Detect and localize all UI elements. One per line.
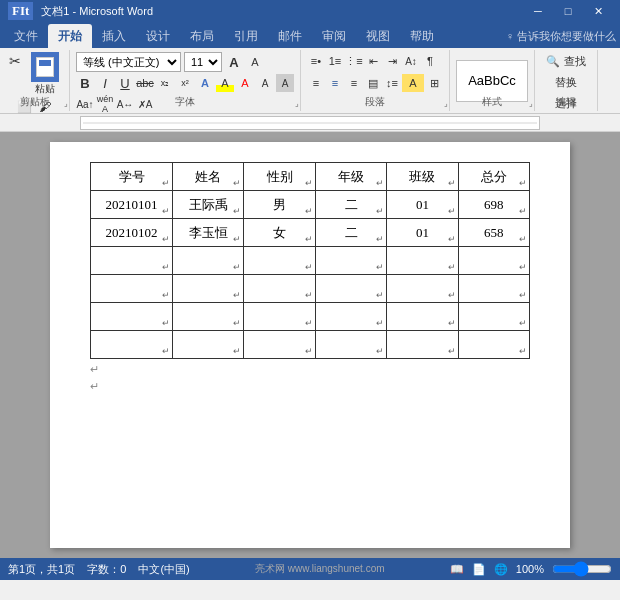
table-cell[interactable]: ↵ (458, 303, 529, 331)
multilevel-list-button[interactable]: ⋮≡ (345, 52, 363, 70)
style-expand[interactable]: ⌟ (529, 99, 533, 108)
line-spacing-button[interactable]: ↕≡ (383, 74, 401, 92)
tab-design[interactable]: 设计 (136, 24, 180, 48)
table-cell[interactable]: ↵ (315, 331, 386, 359)
table-cell[interactable]: ↵ (458, 331, 529, 359)
tab-mailings[interactable]: 邮件 (268, 24, 312, 48)
table-cell[interactable]: ↵ (387, 303, 458, 331)
bullet-list-button[interactable]: ≡• (307, 52, 325, 70)
table-cell[interactable]: ↵ (387, 247, 458, 275)
table-cell[interactable]: 女↵ (244, 219, 315, 247)
tab-insert[interactable]: 插入 (92, 24, 136, 48)
border-button[interactable]: ⊞ (425, 74, 443, 92)
shading-button[interactable]: A (402, 74, 424, 92)
font-size-up-button[interactable]: A (225, 53, 243, 71)
cut-button[interactable]: ✂ (6, 52, 24, 70)
font-family-select[interactable]: 等线 (中文正文) (76, 52, 181, 72)
superscript-button[interactable]: x² (176, 74, 194, 92)
align-right-button[interactable]: ≡ (345, 74, 363, 92)
font-expand[interactable]: ⌟ (295, 99, 299, 108)
table-cell[interactable]: 二↵ (315, 219, 386, 247)
table-cell[interactable]: ↵ (244, 303, 315, 331)
read-mode-button[interactable]: 📖 (450, 563, 464, 576)
underline-button[interactable]: U (116, 74, 134, 92)
table-cell[interactable]: ↵ (244, 275, 315, 303)
replace-button[interactable]: 替换 (541, 73, 591, 91)
font-color-button[interactable]: A (236, 74, 254, 92)
bold-button[interactable]: B (76, 74, 94, 92)
ruler-marks (81, 117, 539, 129)
char-shading-button[interactable]: A (276, 74, 294, 92)
table-cell[interactable]: 李玉恒↵ (173, 219, 244, 247)
tab-references[interactable]: 引用 (224, 24, 268, 48)
para-mark: ↵ (233, 206, 241, 216)
table-cell[interactable]: ↵ (173, 275, 244, 303)
para-mark: ↵ (233, 290, 241, 300)
strikethrough-button[interactable]: abc (136, 74, 154, 92)
tab-help[interactable]: 帮助 (400, 24, 444, 48)
table-cell[interactable]: 二↵ (315, 191, 386, 219)
table-cell[interactable]: 20210102↵ (91, 219, 173, 247)
minimize-button[interactable]: ─ (524, 3, 552, 19)
cut-copy-paste-icons: ✂ 粘贴 (6, 52, 63, 96)
subscript-button[interactable]: x₂ (156, 74, 174, 92)
table-cell[interactable]: ↵ (244, 331, 315, 359)
para-mark: ↵ (376, 206, 384, 216)
show-marks-button[interactable]: ¶ (421, 52, 439, 70)
zoom-slider[interactable] (552, 561, 612, 577)
table-cell[interactable]: 658↵ (458, 219, 529, 247)
tab-file[interactable]: 文件 (4, 24, 48, 48)
justify-button[interactable]: ▤ (364, 74, 382, 92)
table-cell[interactable]: ↵ (244, 247, 315, 275)
align-left-button[interactable]: ≡ (307, 74, 325, 92)
table-cell[interactable]: ↵ (387, 331, 458, 359)
italic-button[interactable]: I (96, 74, 114, 92)
tab-layout[interactable]: 布局 (180, 24, 224, 48)
table-cell[interactable]: 698↵ (458, 191, 529, 219)
sort-button[interactable]: A↕ (402, 52, 420, 70)
increase-indent-button[interactable]: ⇥ (383, 52, 401, 70)
paragraph-label: 段落 (301, 95, 449, 109)
table-cell[interactable]: ↵ (315, 247, 386, 275)
tab-view[interactable]: 视图 (356, 24, 400, 48)
table-cell[interactable]: ↵ (91, 303, 173, 331)
table-cell[interactable]: 20210101↵ (91, 191, 173, 219)
text-highlight-button[interactable]: A (216, 74, 234, 92)
table-cell[interactable]: ↵ (91, 331, 173, 359)
para-expand[interactable]: ⌟ (444, 99, 448, 108)
numbered-list-button[interactable]: 1≡ (326, 52, 344, 70)
table-cell[interactable]: ↵ (173, 247, 244, 275)
paste-button[interactable]: 粘贴 (27, 52, 63, 96)
title-bar-controls: ─ □ ✕ (524, 3, 612, 19)
tab-home[interactable]: 开始 (48, 24, 92, 48)
ruler-svg (83, 117, 537, 129)
font-size-down-button[interactable]: A (246, 53, 264, 71)
web-layout-button[interactable]: 🌐 (494, 563, 508, 576)
font-size-select[interactable]: 11 (184, 52, 222, 72)
table-cell[interactable]: 01↵ (387, 191, 458, 219)
table-cell[interactable]: ↵ (173, 331, 244, 359)
table-cell[interactable]: ↵ (173, 303, 244, 331)
table-cell[interactable]: ↵ (458, 247, 529, 275)
text-effect-button[interactable]: A (196, 74, 214, 92)
find-button[interactable]: 🔍 查找 (541, 52, 591, 70)
table-cell[interactable]: ↵ (315, 275, 386, 303)
col-header-xingbie: 性别↵ (244, 163, 315, 191)
align-center-button[interactable]: ≡ (326, 74, 344, 92)
table-cell[interactable]: 王际禹↵ (173, 191, 244, 219)
close-button[interactable]: ✕ (584, 3, 612, 19)
table-cell[interactable]: ↵ (387, 275, 458, 303)
tab-review[interactable]: 审阅 (312, 24, 356, 48)
decrease-indent-button[interactable]: ⇤ (364, 52, 382, 70)
table-cell[interactable]: ↵ (91, 275, 173, 303)
table-cell[interactable]: ↵ (315, 303, 386, 331)
clipboard-expand[interactable]: ⌟ (64, 99, 68, 108)
table-cell[interactable]: 01↵ (387, 219, 458, 247)
para-mark: ↵ (376, 318, 384, 328)
table-cell[interactable]: ↵ (91, 247, 173, 275)
table-cell[interactable]: 男↵ (244, 191, 315, 219)
char-border-button[interactable]: A (256, 74, 274, 92)
maximize-button[interactable]: □ (554, 3, 582, 19)
table-cell[interactable]: ↵ (458, 275, 529, 303)
print-layout-button[interactable]: 📄 (472, 563, 486, 576)
